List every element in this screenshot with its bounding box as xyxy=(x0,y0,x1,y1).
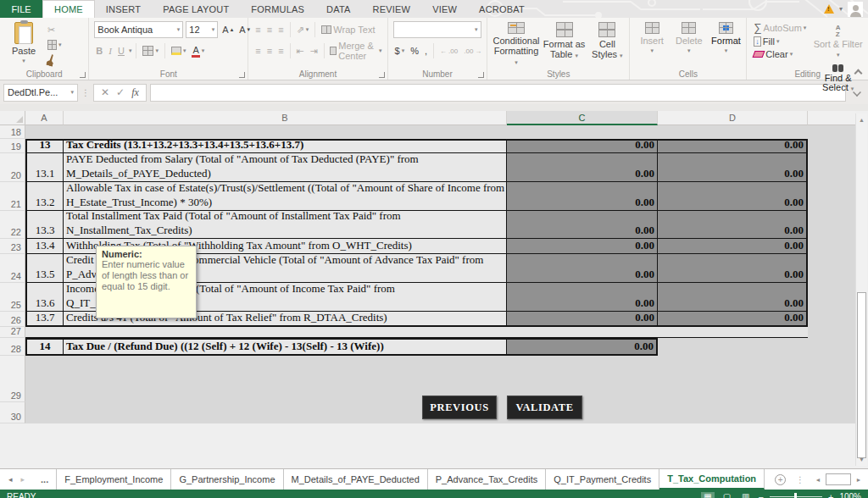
align-right-button[interactable]: ≡ xyxy=(276,45,285,57)
cell-b19[interactable]: Tax Credits (13.1+13.2+13.3+13.4+13.5+13… xyxy=(64,139,507,153)
zoom-out-icon[interactable]: − xyxy=(759,492,764,498)
decrease-decimal-button[interactable]: .00→ xyxy=(462,47,483,56)
empty-row-18[interactable] xyxy=(25,125,808,139)
tab-insert[interactable]: INSERT xyxy=(95,0,152,18)
autosum-button[interactable]: ∑AutoSum▾ xyxy=(752,20,808,35)
sheet-tab-p_advance_tax_credits[interactable]: P_Advance_Tax_Credits xyxy=(428,469,546,490)
cell-a20[interactable]: 13.1 xyxy=(25,153,64,182)
empty-d28[interactable] xyxy=(658,338,808,356)
cancel-formula-icon[interactable]: ✕ xyxy=(101,86,109,98)
merge-center-button[interactable]: Merge & Center▾ xyxy=(328,40,383,62)
insert-cells-button[interactable]: Insert▾ xyxy=(635,20,669,68)
vertical-scrollbar[interactable]: ▲ ▼ xyxy=(855,113,867,466)
grow-font-button[interactable]: A▴ xyxy=(220,24,235,36)
bold-button[interactable]: B xyxy=(94,45,104,57)
align-left-button[interactable]: ≡ xyxy=(253,45,262,57)
cell-d25[interactable]: 0.00 xyxy=(658,283,808,312)
increase-indent-button[interactable]: ⇥ xyxy=(308,45,319,58)
zoom-slider[interactable] xyxy=(770,496,822,497)
format-cells-button[interactable]: Format▾ xyxy=(709,20,743,68)
empty-row-30[interactable] xyxy=(25,402,808,423)
tab-file[interactable]: FILE xyxy=(0,0,42,18)
align-middle-button[interactable]: ≡ xyxy=(265,24,274,36)
scroll-right-icon[interactable]: ► xyxy=(853,473,865,485)
new-sheet-button[interactable]: + xyxy=(765,469,796,490)
copy-button[interactable]: ▾ xyxy=(46,39,64,51)
previous-button[interactable]: PREVIOUS xyxy=(422,396,497,419)
cell-a28[interactable]: 14 xyxy=(25,338,64,356)
italic-button[interactable]: I xyxy=(107,45,114,57)
row-header-22[interactable]: 22 xyxy=(0,211,25,239)
zoom-level[interactable]: 100% xyxy=(839,492,861,498)
column-header-b[interactable]: B xyxy=(64,111,507,125)
page-layout-view-icon[interactable]: ▢ xyxy=(721,492,733,498)
horizontal-scroll-thumb[interactable] xyxy=(826,473,851,485)
format-painter-button[interactable] xyxy=(46,53,64,67)
sheet-tab-q_it_payment_credits[interactable]: Q_IT_Payment_Credits xyxy=(546,469,659,490)
horizontal-scrollbar[interactable]: ◄ ► xyxy=(809,469,868,490)
row-header-28[interactable]: 28 xyxy=(0,338,25,356)
insert-function-icon[interactable]: fx xyxy=(131,86,139,99)
tab-data[interactable]: DATA xyxy=(315,0,362,18)
sort-filter-button[interactable]: AZSort & Filter ▾ xyxy=(811,24,865,60)
tab-page-layout[interactable]: PAGE LAYOUT xyxy=(152,0,240,18)
name-box[interactable]: DedDtl.Pe...▾ xyxy=(3,84,78,102)
decrease-indent-button[interactable]: ⇤ xyxy=(294,45,305,58)
sheet-nav-left-icon[interactable]: ◂ xyxy=(8,475,13,484)
cell-b21[interactable]: Allowable Tax in case of Estate(s)/Trust… xyxy=(64,182,507,211)
row-header-29[interactable]: 29 xyxy=(0,356,25,402)
borders-button[interactable]: ▾ xyxy=(141,45,160,57)
number-dialog-launcher[interactable] xyxy=(478,72,484,78)
align-bottom-button[interactable]: ≡ xyxy=(276,24,285,36)
validate-button[interactable]: VALIDATE xyxy=(507,396,582,419)
cell-a19[interactable]: 13 xyxy=(25,139,64,153)
fill-color-button[interactable]: ▾ xyxy=(170,46,188,56)
currency-button[interactable]: $▾ xyxy=(393,45,407,57)
normal-view-icon[interactable]: ▦ xyxy=(701,492,714,498)
row-header-26[interactable]: 26 xyxy=(0,312,25,327)
cell-c28[interactable]: 0.00 xyxy=(507,338,658,356)
number-format-select[interactable]: ▾ xyxy=(393,21,481,38)
tab-formulas[interactable]: FORMULAS xyxy=(240,0,315,18)
cell-c26[interactable]: 0.00 xyxy=(507,312,658,327)
cell-d24[interactable]: 0.00 xyxy=(658,254,808,283)
zoom-slider-thumb[interactable] xyxy=(794,493,797,498)
sheet-tab-overflow[interactable]: ... xyxy=(33,469,57,490)
alignment-dialog-launcher[interactable] xyxy=(379,72,385,78)
cell-c22[interactable]: 0.00 xyxy=(507,211,658,239)
fill-button[interactable]: ↓Fill▾ xyxy=(752,36,808,47)
cell-c23[interactable]: 0.00 xyxy=(507,239,658,254)
sheet-tab-t_tax_computation[interactable]: T_Tax_Computation xyxy=(659,469,765,490)
wrap-text-button[interactable]: Wrap Text xyxy=(320,24,376,36)
cell-d21[interactable]: 0.00 xyxy=(658,182,808,211)
cell-b22[interactable]: Total Installment Tax Paid (Total of "Am… xyxy=(64,211,507,239)
percent-button[interactable]: % xyxy=(409,45,420,57)
font-name-select[interactable]: Book Antiqua▾ xyxy=(94,21,183,38)
enter-formula-icon[interactable]: ✓ xyxy=(116,86,125,98)
conditional-formatting-button[interactable]: Conditional Formatting ▾ xyxy=(492,20,539,68)
scroll-up-icon[interactable]: ▲ xyxy=(856,113,867,126)
cell-c24[interactable]: 0.00 xyxy=(507,254,658,283)
cell-d20[interactable]: 0.00 xyxy=(658,153,808,182)
cell-d26[interactable]: 0.00 xyxy=(658,312,808,327)
cell-a25[interactable]: 13.6 xyxy=(25,283,64,312)
cell-d23[interactable]: 0.00 xyxy=(658,239,808,254)
tabbar-resize-handle[interactable]: ⋮ xyxy=(796,475,804,484)
align-top-button[interactable]: ≡ xyxy=(253,24,262,36)
vertical-scroll-thumb[interactable] xyxy=(857,292,866,458)
sheet-nav-right-icon[interactable]: ▸ xyxy=(21,475,25,484)
cell-a23[interactable]: 13.4 xyxy=(25,239,64,254)
cell-a22[interactable]: 13.3 xyxy=(25,211,64,239)
user-avatar[interactable] xyxy=(848,2,863,17)
font-size-select[interactable]: 12▾ xyxy=(186,21,218,38)
comma-button[interactable]: , xyxy=(423,45,429,57)
row-header-18[interactable]: 18 xyxy=(0,125,25,139)
sheet-tab-m_details_of_paye_deducted[interactable]: M_Details_of_PAYE_Deducted xyxy=(284,469,428,490)
cell-d19[interactable]: 0.00 xyxy=(658,139,808,153)
sheet-tab-g_partnership_income[interactable]: G_Partnership_Income xyxy=(171,469,283,490)
cell-b20[interactable]: PAYE Deducted from Salary (Total of "Amo… xyxy=(64,153,507,182)
underline-button[interactable]: U xyxy=(116,45,126,57)
font-dialog-launcher[interactable] xyxy=(239,72,245,78)
column-header-c[interactable]: C xyxy=(507,111,658,125)
cell-c21[interactable]: 0.00 xyxy=(507,182,658,211)
